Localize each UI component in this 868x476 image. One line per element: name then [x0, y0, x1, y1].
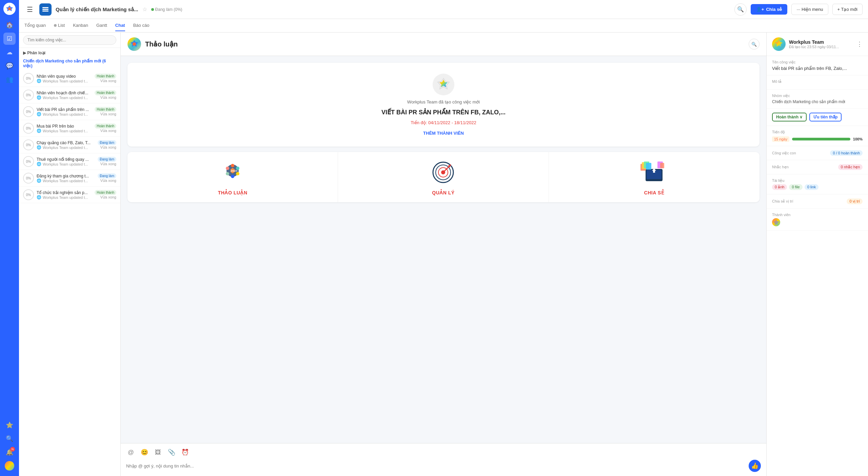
tai-lieu-link-badge: 0 link	[805, 184, 819, 190]
sidebar-search[interactable]: 🔍	[3, 433, 16, 445]
reminder-button[interactable]: ⏰	[180, 448, 190, 457]
task-meta-text: Workplus Team updated t...	[43, 162, 88, 166]
task-percent: 0%	[23, 189, 34, 200]
priority-button[interactable]: Ưu tiên thấp	[809, 113, 842, 121]
section-link-chien-dich[interactable]: Chiến dịch Marketing cho sản phẩm mới (6…	[19, 57, 120, 70]
doc-badges: 0 ảnh 0 file 0 link	[772, 184, 863, 190]
right-panel-avatar	[772, 37, 786, 51]
chat-header: Thảo luận 🔍	[121, 33, 766, 56]
right-panel: Workplus Team Đã tạo lúc 23:53 ngày 03/1…	[766, 33, 868, 476]
team-name: Workplus Team	[789, 39, 839, 45]
task-item[interactable]: 0% Mua bài PR trên báo Hoàn thành 🌐 Work…	[19, 120, 120, 137]
add-member-button[interactable]: THÊM THÀNH VIÊN	[423, 131, 464, 136]
status-dot	[151, 8, 154, 11]
sidebar-star[interactable]: ⭐	[3, 419, 16, 431]
search-input[interactable]	[23, 35, 116, 45]
notification-count: N	[10, 447, 15, 452]
status-dropdown[interactable]: Hoàn thành ∨	[772, 113, 807, 121]
welcome-progress: Tiến độ: 04/11/2022 - 18/11/2022	[411, 120, 476, 125]
task-badge: Hoàn thành	[95, 123, 116, 129]
task-info: Mua bài PR trên báo Hoàn thành 🌐 Workplu…	[37, 123, 116, 133]
task-name: Thuê người nổi tiếng quay ...	[37, 157, 89, 162]
task-time: Vừa xong	[100, 195, 116, 199]
sidebar-tasks[interactable]: ☑	[3, 33, 16, 45]
show-menu-button[interactable]: ··· Hiện menu	[791, 4, 828, 15]
mention-button[interactable]: @	[126, 448, 136, 457]
svg-rect-31	[646, 163, 651, 170]
sidebar-user-avatar[interactable]	[3, 460, 16, 472]
progress-bar-fill	[792, 138, 850, 140]
section-status-priority: Hoàn thành ∨ Ưu tiên thấp	[767, 109, 868, 126]
chat-input[interactable]	[126, 463, 746, 469]
show-menu-label: ··· Hiện menu	[796, 7, 823, 12]
label-tien-do: Tiến độ	[772, 130, 863, 134]
task-time: Vừa xong	[100, 162, 116, 166]
sidebar-contacts[interactable]: 👥	[3, 73, 16, 85]
task-percent: 0%	[23, 156, 34, 167]
task-name: Đăng ký tham gia chương t...	[37, 174, 89, 178]
topbar-status: Đang làm (0%)	[151, 7, 182, 12]
task-meta-text: Workplus Team updated t...	[43, 179, 88, 183]
topbar-app-icon	[39, 3, 52, 16]
send-button[interactable]: 👍	[749, 460, 761, 472]
task-item[interactable]: 0% Chạy quảng cáo FB, Zalo, T... Đang là…	[19, 137, 120, 153]
task-name: Viết bài PR sản phẩm trên ...	[37, 107, 89, 112]
image-button[interactable]: 🖼	[153, 448, 163, 457]
task-meta: 🌐 Workplus Team updated t... Vừa xong	[37, 112, 116, 116]
attachment-button[interactable]: 📎	[167, 448, 176, 457]
task-item[interactable]: 0% Nhân viên hoạch định chiế... Hoàn thà…	[19, 87, 120, 103]
emoji-button[interactable]: 😊	[140, 448, 149, 457]
topbar-search-button[interactable]: 🔍	[734, 3, 747, 16]
more-options-button[interactable]: ⋮	[856, 40, 863, 48]
svg-rect-3	[42, 7, 48, 8]
tab-list[interactable]: List	[54, 20, 65, 31]
task-info: Tổ chức trải nghiệm sản p... Hoàn thành …	[37, 190, 116, 199]
create-label: + Tạo mới	[837, 7, 857, 12]
task-item[interactable]: 0% Thuê người nổi tiếng quay ... Đang là…	[19, 153, 120, 170]
tab-kanban[interactable]: Kanban	[73, 20, 88, 31]
progress-days: 15 ngày	[772, 136, 789, 142]
share-button[interactable]: 👤+ Chia sẻ	[751, 4, 788, 15]
section-cong-viec: Tên công việc Viết bài PR sản phẩm trên …	[767, 56, 868, 75]
task-info: Nhân viên hoạch định chiế... Hoàn thành …	[37, 90, 116, 100]
chat-search-button[interactable]: 🔍	[749, 39, 760, 50]
task-item[interactable]: 0% Đăng ký tham gia chương t... Đang làm…	[19, 170, 120, 187]
task-info: Đăng ký tham gia chương t... Đang làm 🌐 …	[37, 173, 116, 183]
quan-ly-label: QUẢN LÝ	[432, 190, 454, 195]
welcome-card: Workplus Team đã tạo công việc mới VIẾT …	[127, 63, 760, 147]
tab-tong-quan[interactable]: Tổng quan	[24, 20, 46, 31]
create-button[interactable]: + Tạo mới	[832, 4, 863, 15]
task-meta-icon: 🌐	[37, 112, 41, 116]
section-mo-ta: Mô tả	[767, 75, 868, 90]
sidebar-cloud[interactable]: ☁	[3, 46, 16, 58]
task-percent: 0%	[23, 123, 34, 134]
feature-card-quan-ly[interactable]: QUẢN LÝ	[338, 152, 549, 202]
created-time: Đã tạo lúc 23:53 ngày 03/11...	[789, 45, 839, 49]
feature-card-thao-luan[interactable]: 24/24 THẢO LUẬN	[127, 152, 338, 202]
tab-gantt[interactable]: Gantt	[96, 20, 107, 31]
label-cong-viec-con: Công việc con	[772, 151, 796, 155]
task-item[interactable]: 0% Nhân viên quay video Hoàn thành 🌐 Wor…	[19, 70, 120, 87]
task-meta-icon: 🌐	[37, 129, 41, 133]
tab-chat[interactable]: Chat	[115, 20, 125, 31]
task-item[interactable]: 0% Tổ chức trải nghiệm sản p... Hoàn thà…	[19, 187, 120, 203]
svg-point-17	[226, 167, 229, 170]
section-nhom-viec: Nhóm việc Chiến dịch Marketing cho sản p…	[767, 90, 868, 109]
tab-bao-cao[interactable]: Báo cáo	[133, 20, 150, 31]
topbar-star-icon[interactable]: ☆	[142, 6, 147, 13]
label-nhac-hen: Nhắc hẹn	[772, 165, 789, 169]
menu-button[interactable]: ☰	[24, 4, 35, 15]
sidebar-notifications[interactable]: 🔔 N	[3, 446, 16, 458]
app-logo[interactable]	[3, 3, 16, 15]
section-label-phan-loai[interactable]: ▶ Phân loại	[19, 48, 120, 57]
task-meta: 🌐 Workplus Team updated t... Vừa xong	[37, 195, 116, 199]
feature-card-chia-se[interactable]: CHIA SẺ	[549, 152, 760, 202]
task-meta-icon: 🌐	[37, 79, 41, 83]
svg-point-12	[231, 164, 234, 167]
task-item[interactable]: 0% Viết bài PR sản phẩm trên ... Hoàn th…	[19, 103, 120, 120]
task-info: Chạy quảng cáo FB, Zalo, T... Đang làm 🌐…	[37, 140, 116, 150]
task-name: Chạy quảng cáo FB, Zalo, T...	[37, 140, 91, 145]
sidebar-home[interactable]: 🏠	[3, 19, 16, 31]
sidebar-chat[interactable]: 💬	[3, 60, 16, 72]
section-tai-lieu: Tài liệu 0 ảnh 0 file 0 link	[767, 174, 868, 194]
